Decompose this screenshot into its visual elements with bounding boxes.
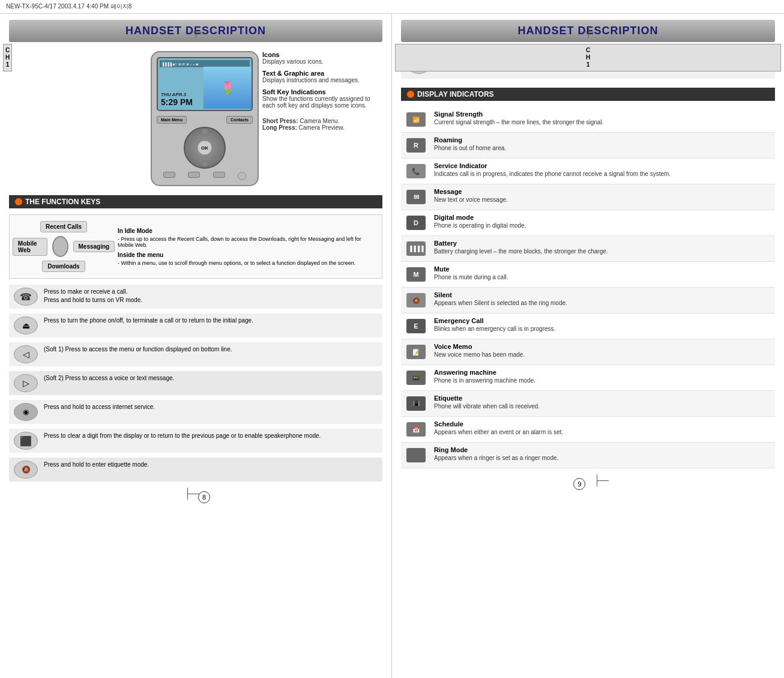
page-num-right: 9 [573,478,585,490]
top-bar-text: NEW-TX-95C-4/17 2003.4.17 4:40 PM 페이지8 [6,3,131,10]
crosshair-top-left [190,26,202,38]
mute-icon: M [404,265,428,283]
etiquette-title: Etiquette [434,395,772,402]
chapter-label-right: C H 1 [395,44,781,71]
function-keys-title: THE FUNCTION KEYS [25,198,100,206]
indicator-roaming: R Roaming Phone is out of home area. [401,133,775,159]
service-icon: 📞 [404,162,428,180]
callout-icons-desc: Displays various icons. [262,58,382,65]
callout-long-press: Long Press: Camera Preview. [262,124,382,131]
voice-memo-desc: New voice memo has been made. [434,351,772,359]
crosshair-top-right [582,26,594,38]
indicator-digital: D Digital mode Phone is operating in dig… [401,210,775,236]
key-row-1: ⏏ Press to turn the phone on/off, to ter… [9,313,382,337]
downloads-btn[interactable]: Downloads [42,261,85,272]
phone-time-display: THU APR.3 5:29 PM [161,92,193,107]
emergency-desc: Blinks when an emergency call is in prog… [434,325,772,333]
signal-icon: 📶 [404,110,428,129]
inside-menu-desc: - Within a menu, use to scroll through m… [118,260,376,266]
key-text-power: Press to turn the phone on/off, to termi… [44,316,253,325]
roaming-icon: R [404,136,428,154]
chapter-label-left: C H 1 [3,44,12,71]
fk-buttons-col: Recent Calls Mobile Web Messaging Downlo… [16,221,112,272]
indicator-ring-mode: 🎵 Ring Mode Appears when a ringer is set… [401,443,775,468]
indicator-mute: M Mute Phone is mute during a call. [401,262,775,288]
digital-title: Digital mode [434,214,772,221]
message-title: Message [434,188,772,195]
indicator-voice-memo: 📝 Voice Memo New voice memo has been mad… [401,339,775,365]
callout-text-desc: Displays instructions and messages. [262,77,382,83]
main-menu-btn[interactable]: Main Menu [157,116,187,124]
ring-mode-title: Ring Mode [434,446,772,453]
signal-title: Signal Strength [434,110,772,118]
key-row-3: ▷ (Soft 2) Press to access a voice or te… [9,371,382,395]
voice-memo-icon: 📝 [404,343,428,361]
message-icon: ✉ [404,188,428,206]
key-descriptions-list: ☎ Press to make or receive a call.Press … [9,285,382,482]
right-page: C H 1 HANDSET DESCRIPTION ⊡ Press and ho… [392,14,784,678]
phone-btn-2 [188,172,200,178]
key-icon-soft1: ◁ [14,345,38,363]
emergency-icon: E [404,317,428,335]
service-title: Service Indicator [434,162,772,169]
answering-icon: 📟 [404,369,428,387]
roaming-desc: Phone is out of home area. [434,144,772,152]
answering-title: Answering machine [434,369,772,376]
fk-nav-circle[interactable] [52,236,68,257]
indicators-list: 📶 Signal Strength Current signal strengt… [401,107,775,468]
fk-middle-row: Mobile Web Messaging [13,236,115,257]
key-text-call: Press to make or receive a call.Press an… [44,288,142,304]
callout-short-press: Short Press: Camera Menu. [262,118,382,124]
callout-camera: Short Press: Camera Menu. Long Press: Ca… [262,118,382,131]
callout-text-area: Text & Graphic area Displays instruction… [262,70,382,83]
indicator-service: 📞 Service Indicator Indicates call is in… [401,159,775,184]
callout-soft-desc: Show the functions currently assigned to… [262,95,382,109]
messaging-btn[interactable]: Messaging [73,241,115,252]
phone-bottom-row [157,172,253,180]
indicator-signal: 📶 Signal Strength Current signal strengt… [401,107,775,133]
key-icon-power: ⏏ [14,316,38,334]
inside-menu-title: Inside the menu [118,252,376,258]
key-row-4: ◉ Press and hold to access internet serv… [9,400,382,424]
right-page-number: 9 [401,474,775,490]
key-icon-soft2: ▷ [14,374,38,392]
digital-icon: D [404,214,428,232]
mute-title: Mute [434,265,772,273]
fk-descriptions: In Idle Mode - Press up to access the Re… [112,228,376,266]
indicator-etiquette: 📳 Etiquette Phone will vibrate when call… [401,391,775,417]
key-icon-internet: ◉ [14,403,38,421]
battery-title: Battery [434,240,772,247]
schedule-icon: 📅 [404,420,428,438]
key-text-soft2: (Soft 2) Press to access a voice or text… [44,374,174,383]
answering-desc: Phone is in answering machine mode. [434,377,772,384]
indicator-schedule: 📅 Schedule Appears when either an event … [401,417,775,443]
phone-btn-3 [213,172,225,178]
emergency-title: Emergency Call [434,317,772,324]
signal-desc: Current signal strength – the more lines… [434,118,772,126]
phone-date: THU APR.3 [161,92,193,97]
key-row-0: ☎ Press to make or receive a call.Press … [9,285,382,309]
recent-calls-btn[interactable]: Recent Calls [40,221,87,232]
camera-btn[interactable] [238,172,246,180]
crosshair-bottom-right [591,474,603,486]
mobile-web-btn[interactable]: Mobile Web [13,238,47,256]
contacts-btn[interactable]: Contacts [226,116,253,124]
key-text-etiquette: Press and hold to enter etiquette mode. [44,461,149,469]
schedule-desc: Appears when either an event or an alarm… [434,428,772,436]
ring-mode-desc: Appears when a ringer is set as a ringer… [434,454,772,462]
callout-icons-title: Icons [262,51,382,58]
message-desc: New text or voice message. [434,196,772,204]
phone-illustration: ▐▐▐▐ ■□ ⊕ ✉ ★ ♪ + ■ 🌷 THU APR.3 5:29 PM [151,51,259,186]
service-desc: Indicates call is in progress, indicates… [434,170,772,178]
left-page-number: 8 [9,488,382,503]
phone-callouts: Icons Displays various icons. Text & Gra… [262,51,382,136]
battery-icon: ▐▐▐▐ [404,240,428,258]
crosshair-bottom-left [181,488,193,500]
key-icon-call: ☎ [14,288,38,306]
idle-mode-desc: - Press up to access the Recent Calls, d… [118,236,376,248]
ring-mode-icon: 🎵 [404,446,428,464]
function-keys-header: THE FUNCTION KEYS [9,195,382,208]
battery-desc: Battery charging level – the more blocks… [434,247,772,255]
phone-softkeys: Main Menu Contacts [157,116,253,124]
key-text-clear: Press to clear a digit from the display … [44,432,321,440]
